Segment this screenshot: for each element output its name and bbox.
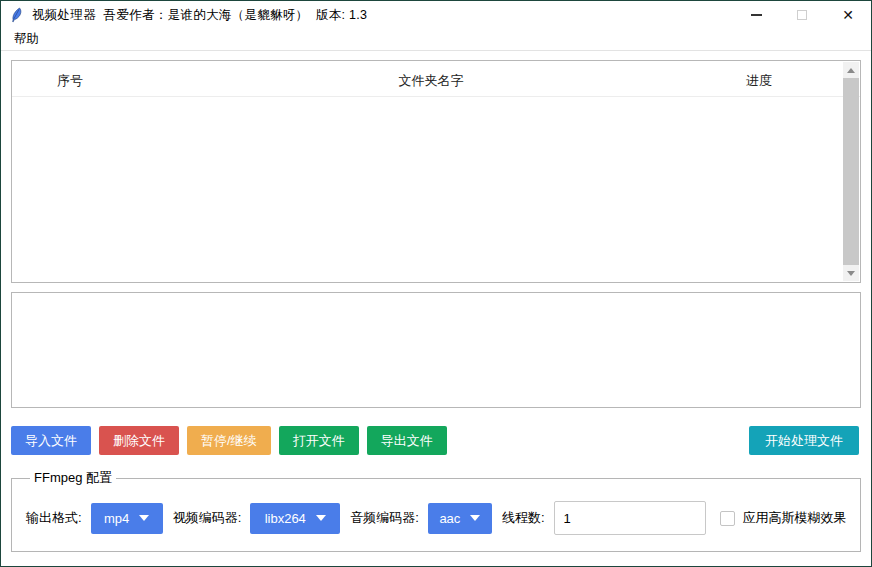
audio-encoder-dropdown[interactable]: aac bbox=[428, 503, 492, 534]
export-files-button[interactable]: 导出文件 bbox=[367, 426, 447, 455]
chevron-down-icon bbox=[316, 515, 326, 521]
start-processing-button[interactable]: 开始处理文件 bbox=[749, 426, 859, 455]
menubar: 帮助 bbox=[1, 29, 871, 51]
output-format-dropdown[interactable]: mp4 bbox=[91, 503, 163, 534]
pause-resume-button[interactable]: 暂停/继续 bbox=[187, 426, 271, 455]
toolbar: 导入文件 删除文件 暂停/继续 打开文件 导出文件 开始处理文件 bbox=[11, 426, 861, 455]
arrow-down-icon bbox=[847, 271, 855, 276]
column-header-seq: 序号 bbox=[57, 72, 83, 90]
window-title: 视频处理器 吾爱作者：是谁的大海（是貔貅呀） 版本: 1.3 bbox=[32, 7, 367, 24]
log-output-panel[interactable] bbox=[11, 292, 861, 408]
table-scrollbar bbox=[843, 62, 859, 281]
titlebar: 视频处理器 吾爱作者：是谁的大海（是貔貅呀） 版本: 1.3 ✕ bbox=[1, 1, 871, 29]
minimize-icon bbox=[751, 14, 762, 16]
file-table: 序号 文件夹名字 进度 bbox=[11, 60, 861, 283]
close-button[interactable]: ✕ bbox=[825, 1, 871, 29]
minimize-button[interactable] bbox=[733, 1, 779, 29]
scrollbar-down-button[interactable] bbox=[843, 265, 859, 281]
file-table-body[interactable] bbox=[12, 97, 843, 282]
scrollbar-up-button[interactable] bbox=[843, 62, 859, 78]
output-format-label: 输出格式: bbox=[26, 509, 82, 527]
file-table-header: 序号 文件夹名字 进度 bbox=[12, 61, 860, 97]
close-icon: ✕ bbox=[842, 8, 854, 22]
gaussian-blur-label: 应用高斯模糊效果 bbox=[743, 509, 847, 527]
audio-encoder-label: 音频编码器: bbox=[350, 509, 419, 527]
chevron-down-icon bbox=[470, 515, 480, 521]
column-header-folder: 文件夹名字 bbox=[399, 72, 464, 90]
threads-input[interactable] bbox=[554, 501, 706, 535]
maximize-button[interactable] bbox=[779, 1, 825, 29]
video-encoder-value: libx264 bbox=[265, 511, 306, 526]
video-encoder-dropdown[interactable]: libx264 bbox=[250, 503, 340, 534]
scrollbar-thumb[interactable] bbox=[843, 78, 859, 265]
maximize-icon bbox=[797, 10, 807, 20]
app-window: 视频处理器 吾爱作者：是谁的大海（是貔貅呀） 版本: 1.3 ✕ 帮助 序号 文… bbox=[0, 0, 872, 567]
audio-encoder-value: aac bbox=[439, 511, 460, 526]
import-files-button[interactable]: 导入文件 bbox=[11, 426, 91, 455]
arrow-up-icon bbox=[847, 68, 855, 73]
threads-label: 线程数: bbox=[502, 509, 545, 527]
ffmpeg-config-group: FFmpeg 配置 输出格式: mp4 视频编码器: libx264 音频编码器… bbox=[11, 469, 861, 552]
window-controls: ✕ bbox=[733, 1, 871, 29]
output-format-value: mp4 bbox=[104, 511, 129, 526]
app-feather-icon bbox=[9, 7, 25, 23]
gaussian-blur-checkbox[interactable] bbox=[720, 511, 735, 526]
chevron-down-icon bbox=[139, 515, 149, 521]
menu-item-help[interactable]: 帮助 bbox=[10, 29, 43, 50]
video-encoder-label: 视频编码器: bbox=[173, 509, 242, 527]
column-header-progress: 进度 bbox=[746, 72, 772, 90]
delete-files-button[interactable]: 删除文件 bbox=[99, 426, 179, 455]
open-files-button[interactable]: 打开文件 bbox=[279, 426, 359, 455]
ffmpeg-config-row: 输出格式: mp4 视频编码器: libx264 音频编码器: aac 线程数:… bbox=[16, 501, 848, 535]
ffmpeg-config-legend: FFmpeg 配置 bbox=[30, 469, 116, 487]
